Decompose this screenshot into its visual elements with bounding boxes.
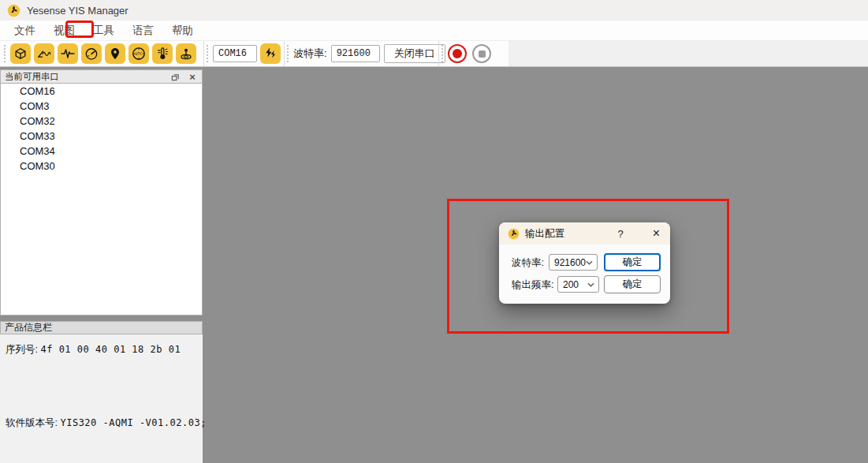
dialog-baud-select[interactable]: 921600 xyxy=(549,254,598,271)
serial-number-label: 序列号: xyxy=(6,344,38,355)
list-item-port[interactable]: COM32 xyxy=(1,114,202,129)
location-icon[interactable] xyxy=(105,43,125,64)
pressure-icon[interactable] xyxy=(176,43,196,64)
window-title: Yesense YIS Manager xyxy=(27,5,129,17)
stop-button[interactable] xyxy=(472,44,491,63)
product-info-title: 产品信息栏 xyxy=(5,321,52,334)
refresh-ports-icon[interactable] xyxy=(260,43,281,64)
menu-language[interactable]: 语言 xyxy=(126,21,160,40)
ports-panel-title: 当前可用串口 xyxy=(5,71,164,83)
chevron-down-icon xyxy=(587,282,594,287)
list-item-port[interactable]: COM34 xyxy=(1,144,202,159)
toolbar-group-baud: 波特率: 921600 关闭串口 xyxy=(284,41,445,66)
svg-text:UTC: UTC xyxy=(135,51,142,56)
list-item-port[interactable]: COM33 xyxy=(1,129,202,144)
gauge-icon[interactable] xyxy=(81,43,102,64)
chevron-down-icon xyxy=(586,260,593,265)
menu-file[interactable]: 文件 xyxy=(8,21,42,40)
ports-panel-header: 当前可用串口 × xyxy=(0,69,203,84)
output-config-dialog: 输出配置 ? × 波特率: 921600 确定 输出频率: 200 确定 xyxy=(499,222,670,304)
close-serial-port-button[interactable]: 关闭串口 xyxy=(384,44,445,63)
list-item-port[interactable]: COM30 xyxy=(1,159,202,174)
serial-number-value: 4f 01 00 40 01 18 2b 01 xyxy=(40,344,181,355)
dialog-freq-label: 输出频率: xyxy=(512,278,553,292)
stop-icon xyxy=(479,50,486,58)
menu-view[interactable]: 视图 xyxy=(47,21,81,40)
menu-help[interactable]: 帮助 xyxy=(166,21,199,40)
software-version-value: YIS320 -AQMI -V01.02.03; xyxy=(60,417,206,428)
title-bar: Yesense YIS Manager xyxy=(0,0,868,21)
product-info-header: 产品信息栏 xyxy=(0,321,203,334)
baud-confirm-button[interactable]: 确定 xyxy=(604,253,661,271)
dialog-baud-label: 波特率: xyxy=(512,256,544,270)
menu-bar: 文件 视图 工具 语言 帮助 xyxy=(0,21,868,41)
output-rate-row: 输出频率: 200 确定 xyxy=(499,276,670,293)
list-item-port[interactable]: COM16 xyxy=(1,84,202,99)
software-version-label: 软件版本号: xyxy=(6,417,58,428)
app-logo-icon xyxy=(7,4,20,17)
raw-wave-icon[interactable] xyxy=(58,43,78,64)
dialog-freq-select[interactable]: 200 xyxy=(557,276,599,293)
close-panel-icon[interactable]: × xyxy=(186,71,199,82)
toolbar-grip[interactable] xyxy=(3,45,6,62)
cube-3d-icon[interactable] xyxy=(10,43,31,64)
software-version-row: 软件版本号: YIS320 -AQMI -V01.02.03; xyxy=(6,416,207,430)
toolbar-group-views: UTC xyxy=(2,41,199,66)
port-list: COM16 COM3 COM32 COM33 COM34 COM30 xyxy=(0,84,203,316)
dialog-title-bar[interactable]: 输出配置 ? × xyxy=(499,222,670,245)
float-panel-icon[interactable] xyxy=(169,71,181,82)
dialog-logo-icon xyxy=(508,228,520,240)
utc-clock-icon[interactable]: UTC xyxy=(129,43,149,64)
toolbar-grip[interactable] xyxy=(206,45,209,62)
record-button[interactable] xyxy=(448,44,467,63)
product-info-body: 序列号: 4f 01 00 40 01 18 2b 01 软件版本号: YIS3… xyxy=(0,334,203,463)
baud-rate-select[interactable]: 921600 xyxy=(331,45,380,62)
toolbar-grip[interactable] xyxy=(286,45,289,62)
record-icon xyxy=(453,49,462,58)
baud-rate-row: 波特率: 921600 确定 xyxy=(499,254,670,271)
dialog-close-icon[interactable]: × xyxy=(650,227,662,240)
dialog-help-button[interactable]: ? xyxy=(614,228,626,240)
port-select[interactable]: COM16 xyxy=(213,45,257,62)
attitude-wave-icon[interactable] xyxy=(34,43,54,64)
toolbar-grip[interactable] xyxy=(441,45,444,62)
app-window: Yesense YIS Manager 文件 视图 工具 语言 帮助 xyxy=(0,0,868,463)
freq-confirm-button[interactable]: 确定 xyxy=(604,275,661,293)
chevron-down-icon xyxy=(251,51,252,56)
serial-ports-panel: 当前可用串口 × COM16 COM3 COM32 COM33 COM34 CO… xyxy=(0,69,203,463)
toolbar-group-record xyxy=(438,41,497,66)
serial-number-row: 序列号: 4f 01 00 40 01 18 2b 01 xyxy=(6,343,181,357)
toolbar-group-port: COM16 xyxy=(203,41,284,66)
temperature-icon[interactable] xyxy=(152,43,173,64)
baud-rate-label: 波特率: xyxy=(293,47,327,61)
dialog-title: 输出配置 xyxy=(525,227,614,241)
toolbar: UTC COM16 xyxy=(0,41,868,67)
list-item-port[interactable]: COM3 xyxy=(1,99,202,114)
menu-tools[interactable]: 工具 xyxy=(87,21,121,40)
